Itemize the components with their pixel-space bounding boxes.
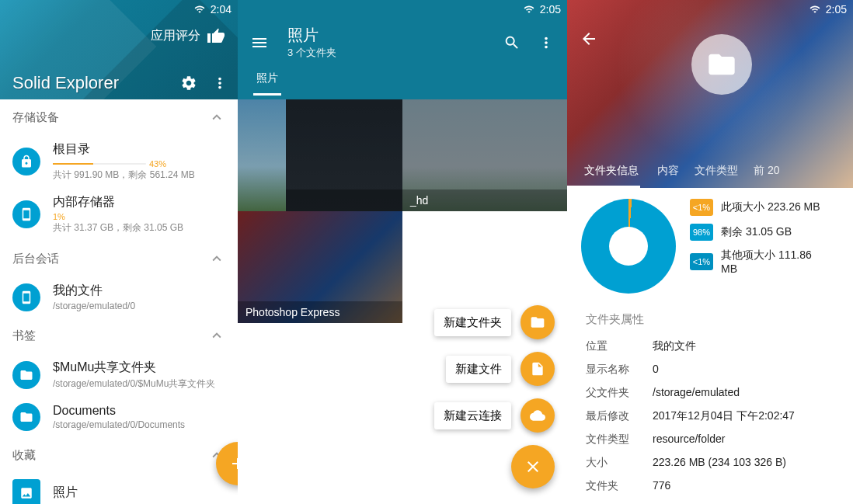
tile-photoshop[interactable]: Photoshop Express [238,211,402,323]
folder-icon [12,403,40,431]
storage-chart-section: <1%此项大小 223.26 MB 98%剩余 31.05 GB <1%其他项大… [567,188,853,304]
tab-types[interactable]: 文件类型 [687,164,746,178]
chevron-up-icon [208,250,225,267]
page-title: 照片 [287,25,486,46]
tab-top20[interactable]: 前 20 [746,164,787,178]
section-sessions[interactable]: 后台会话 [0,241,238,276]
section-bookmarks[interactable]: 书签 [0,318,238,353]
legend-chip-this: <1% [690,199,713,216]
fab-new-cloud[interactable] [521,398,555,433]
menu-icon[interactable] [250,33,269,52]
page-subtitle: 3 个文件夹 [287,46,486,60]
wifi-icon [809,4,821,15]
prop-modified: 最后修改2017年12月04日 下午2:02:47 [567,405,853,428]
peek-tile [238,99,286,211]
tab-folder-info[interactable]: 文件夹信息 [576,164,649,178]
prop-size: 大小223.26 MB (234 103 326 B) [567,451,853,474]
tab-photos[interactable]: 照片 [253,64,281,96]
speed-dial: 新建文件夹 新建文件 新建云连接 [434,305,555,488]
chevron-up-icon [208,109,225,126]
folder-badge [691,34,752,95]
prop-location: 位置我的文件 [567,335,853,358]
status-bar: 2:04 [0,0,238,19]
legend-chip-free: 98% [690,224,713,241]
phone-icon [12,200,40,228]
wifi-icon [193,4,206,15]
chevron-up-icon [208,327,225,344]
prop-parent: 父文件夹/storage/emulated [567,381,853,405]
status-bar: 2:05 [567,0,853,19]
label-new-folder: 新建文件夹 [434,309,511,336]
status-time: 2:05 [540,3,561,16]
fab-new-folder[interactable] [521,305,555,339]
status-bar: 2:05 [238,0,567,19]
row-title: 根目录 [53,141,225,158]
image-icon [12,479,40,504]
storage-root[interactable]: 根目录 43% 共计 991.90 MB，剩余 561.24 MB [0,135,238,188]
more-vert-icon[interactable] [538,34,555,51]
status-time: 2:05 [826,3,847,16]
phone-icon [12,283,40,311]
lock-icon [12,148,40,176]
close-icon [524,457,542,476]
prop-type: 文件类型resource/folder [567,428,853,451]
file-icon [530,361,545,377]
label-new-file: 新建文件 [446,356,511,383]
props-header: 文件夹属性 [567,304,853,335]
wifi-icon [523,4,535,15]
bookmark-docs[interactable]: Documents /storage/emulated/0/Documents [0,397,238,437]
cloud-icon [530,408,545,423]
gear-icon[interactable] [180,75,197,92]
folder-icon [12,361,40,389]
donut-chart [581,199,676,294]
section-storage[interactable]: 存储设备 [0,99,238,135]
tab-content[interactable]: 内容 [649,164,687,178]
tabs: 文件夹信息 内容 文件类型 前 20 [567,154,853,188]
folder-icon [530,315,545,330]
plus-icon [228,454,238,473]
legend-chip-other: <1% [690,253,713,270]
tab-indicator [567,186,640,188]
fab-new-file[interactable] [521,352,555,386]
storage-internal[interactable]: 内部存储器 1% 共计 31.37 GB，剩余 31.05 GB [0,188,238,241]
thumb-up-icon [207,26,225,45]
legend: <1%此项大小 223.26 MB 98%剩余 31.05 GB <1%其他项大… [690,199,839,294]
prop-folders: 文件夹776 [567,474,853,498]
app-title: Solid Explorer [12,73,166,93]
back-icon[interactable] [580,30,598,48]
search-icon[interactable] [503,34,521,51]
session-myfiles[interactable]: 我的文件 /storage/emulated/0 [0,276,238,318]
label-new-cloud: 新建云连接 [434,402,511,429]
fab-close[interactable] [511,445,555,488]
prop-display: 显示名称0 [567,358,853,381]
photo-grid: 0 _hd Photoshop Express [238,99,567,323]
favorite-photos[interactable]: 照片 [0,473,238,504]
rating-button[interactable]: 应用评分 [151,26,225,45]
status-time: 2:04 [211,3,232,16]
more-vert-icon[interactable] [211,75,228,92]
section-favorites[interactable]: 收藏 [0,437,238,473]
bookmark-mumu[interactable]: $MuMu共享文件夹 /storage/emulated/0/$MuMu共享文件… [0,353,238,397]
hero-image: 文件夹信息 内容 文件类型 前 20 [567,0,853,188]
tile-hd[interactable]: _hd [402,99,567,211]
